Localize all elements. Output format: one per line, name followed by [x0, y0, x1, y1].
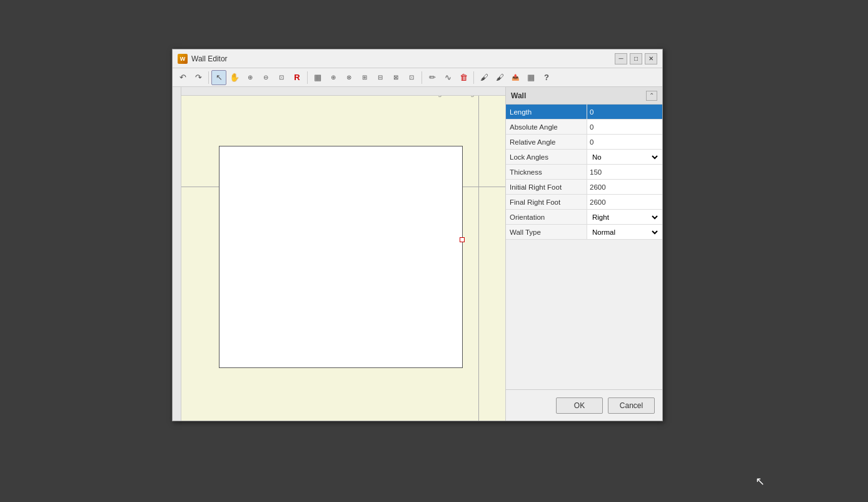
- prop-value-relative-angle[interactable]: 0: [587, 135, 662, 149]
- prop-row-orientation: Orientation Right Left: [506, 210, 662, 225]
- prop-value-length[interactable]: 0: [587, 105, 662, 119]
- wall-type-select[interactable]: Normal Curved Partition: [590, 226, 660, 238]
- prop-row-initial-right-foot: Initial Right Foot 2600: [506, 180, 662, 195]
- title-bar-left: W Wall Editor: [178, 54, 228, 64]
- tool-button-2[interactable]: ⊡: [404, 70, 419, 85]
- snap2-button[interactable]: ⊗: [341, 70, 356, 85]
- draw-button[interactable]: ✏: [425, 70, 440, 85]
- crosshair-vertical: [478, 96, 479, 421]
- table-button[interactable]: ▦: [523, 70, 538, 85]
- grid-button[interactable]: ▦: [310, 70, 325, 85]
- align-v-button[interactable]: ⊠: [388, 70, 403, 85]
- zoom-fit-button[interactable]: ⊡: [274, 70, 289, 85]
- prop-value-thickness[interactable]: 150: [587, 165, 662, 179]
- prop-row-wall-type: Wall Type Normal Curved Partition: [506, 225, 662, 240]
- hand-button[interactable]: ✋: [227, 70, 242, 85]
- undo-button[interactable]: ↶: [175, 70, 190, 85]
- redo-button[interactable]: ↷: [191, 70, 206, 85]
- prop-value-wall-type[interactable]: Normal Curved Partition: [587, 225, 662, 239]
- prop-row-length: Length 0: [506, 105, 662, 120]
- prop-value-initial-right-foot[interactable]: 2600: [587, 180, 662, 194]
- orientation-select[interactable]: Right Left: [590, 211, 660, 223]
- prop-row-lock-angles: Lock Angles No Yes: [506, 150, 662, 165]
- prop-label-wall-type: Wall Type: [506, 225, 587, 239]
- select-button[interactable]: ↖: [211, 70, 226, 85]
- zoom-in-button[interactable]: ⊕: [243, 70, 258, 85]
- prop-label-thickness: Thickness: [506, 165, 587, 179]
- ok-button[interactable]: OK: [556, 397, 603, 414]
- collapse-button[interactable]: ⌃: [646, 91, 657, 101]
- cancel-button[interactable]: Cancel: [608, 397, 655, 414]
- properties-table: Length 0 Absolute Angle 0 Relative Angle…: [506, 105, 662, 389]
- prop-label-final-right-foot: Final Right Foot: [506, 195, 587, 209]
- maximize-button[interactable]: □: [630, 53, 642, 64]
- curve-button[interactable]: ∿: [440, 70, 455, 85]
- prop-value-absolute-angle[interactable]: 0: [587, 120, 662, 134]
- align-h-button[interactable]: ⊟: [373, 70, 388, 85]
- prop-label-orientation: Orientation: [506, 210, 587, 224]
- properties-panel: Wall ⌃ Length 0 Absolute Angle 0 Relativ…: [506, 87, 662, 421]
- separator-4: [473, 71, 474, 84]
- title-bar: W Wall Editor ─ □ ✕: [173, 49, 662, 68]
- canvas-content[interactable]: [181, 96, 505, 421]
- main-area: Click and drag to add a guide line Wall …: [173, 87, 662, 421]
- ruler-left: [173, 87, 181, 421]
- export-button[interactable]: 📤: [508, 70, 523, 85]
- zoom-out-button[interactable]: ⊖: [258, 70, 273, 85]
- canvas-area[interactable]: Click and drag to add a guide line: [173, 87, 506, 421]
- window-icon: W: [178, 54, 188, 64]
- lock-angles-select[interactable]: No Yes: [590, 151, 660, 163]
- window-title: Wall Editor: [191, 54, 228, 63]
- panel-header: Wall ⌃: [506, 87, 662, 105]
- toolbar: ↶ ↷ ↖ ✋ ⊕ ⊖ ⊡ R ▦ ⊕ ⊗ ⊞ ⊟ ⊠ ⊡ ✏ ∿ 🗑 🖌 🖌 …: [173, 68, 662, 87]
- title-bar-controls: ─ □ ✕: [615, 53, 657, 64]
- delete-button[interactable]: 🗑: [456, 70, 471, 85]
- tool-button-1[interactable]: ⊞: [357, 70, 372, 85]
- prop-row-final-right-foot: Final Right Foot 2600: [506, 195, 662, 210]
- wall-handle[interactable]: [460, 237, 465, 242]
- close-button[interactable]: ✕: [645, 53, 657, 64]
- snap-button[interactable]: ⊕: [326, 70, 341, 85]
- prop-value-final-right-foot[interactable]: 2600: [587, 195, 662, 209]
- panel-title: Wall: [511, 91, 526, 100]
- mouse-cursor: ↖: [755, 474, 765, 488]
- prop-value-orientation[interactable]: Right Left: [587, 210, 662, 224]
- separator-3: [421, 71, 422, 84]
- prop-label-length: Length: [506, 105, 587, 119]
- prop-label-lock-angles: Lock Angles: [506, 150, 587, 164]
- separator-1: [208, 71, 209, 84]
- prop-value-lock-angles[interactable]: No Yes: [587, 150, 662, 164]
- paint2-button[interactable]: 🖌: [492, 70, 507, 85]
- prop-row-relative-angle: Relative Angle 0: [506, 135, 662, 150]
- help-button[interactable]: ?: [539, 70, 554, 85]
- prop-row-thickness: Thickness 150: [506, 165, 662, 180]
- ruler-top: [173, 87, 505, 96]
- prop-label-relative-angle: Relative Angle: [506, 135, 587, 149]
- paint-button[interactable]: 🖌: [477, 70, 492, 85]
- minimize-button[interactable]: ─: [615, 53, 627, 64]
- footer-area: OK Cancel: [506, 389, 662, 421]
- wall-rectangle[interactable]: [219, 146, 463, 368]
- prop-row-absolute-angle: Absolute Angle 0: [506, 120, 662, 135]
- separator-2: [307, 71, 308, 84]
- reset-button[interactable]: R: [290, 70, 305, 85]
- prop-label-initial-right-foot: Initial Right Foot: [506, 180, 587, 194]
- wall-editor-window: W Wall Editor ─ □ ✕ ↶ ↷ ↖ ✋ ⊕ ⊖ ⊡ R ▦ ⊕ …: [172, 49, 663, 421]
- prop-label-absolute-angle: Absolute Angle: [506, 120, 587, 134]
